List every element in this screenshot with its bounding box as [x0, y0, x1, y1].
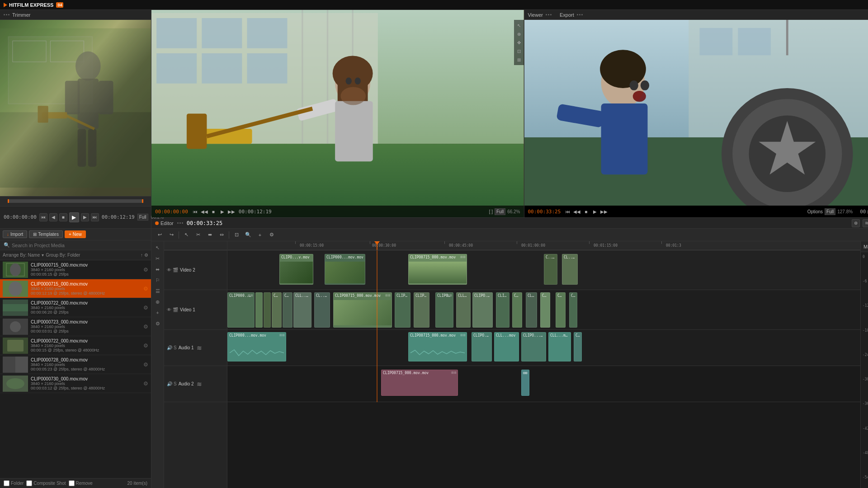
clip-v1-1[interactable]: CLIP000...mov.mov ⊞⊞: [227, 292, 255, 328]
list-item[interactable]: CLIP0000715_000.mov.mov 3840 × 2160 pixe…: [0, 279, 151, 298]
trimmer-tool-safe[interactable]: ⊞: [515, 56, 523, 63]
clip-v1-14[interactable]: CLIP...mov: [496, 292, 509, 328]
arrange-dropdown-icon[interactable]: ▾: [42, 253, 44, 258]
clip-a1-7[interactable]: CLI..: [574, 332, 582, 361]
search-input[interactable]: [12, 243, 147, 248]
timeline-tool-3[interactable]: ⬌: [153, 265, 162, 274]
media-gear-btn[interactable]: ⚙: [143, 305, 148, 311]
track-mute-icon2[interactable]: 🔊: [167, 381, 172, 386]
clip-v1-17[interactable]: CLI..mov: [540, 292, 550, 328]
media-gear-btn[interactable]: ⚙: [143, 343, 148, 349]
track-lock-icon2[interactable]: 🎬: [173, 307, 178, 312]
clip-v1-4[interactable]: C...v: [272, 292, 282, 328]
list-item[interactable]: CLIP0000722_000.mov.mov 3840 × 2160 pixe…: [0, 336, 151, 355]
timeline-settings-btn[interactable]: ⚙: [153, 319, 162, 328]
viewer-ctrl-next[interactable]: ▶▶: [600, 208, 608, 215]
timeline-tool-2[interactable]: ✂: [153, 254, 162, 263]
trimmer-ctrl-play[interactable]: ▶: [219, 208, 226, 215]
editor-magnet-btn[interactable]: ⊛: [852, 219, 860, 227]
media-gear-btn[interactable]: ⚙: [143, 361, 148, 368]
timeline-add-btn[interactable]: +: [153, 308, 162, 317]
new-btn[interactable]: + New: [65, 230, 86, 238]
clip-v1-7[interactable]: CL...av: [314, 292, 330, 328]
composite-checkbox-label[interactable]: Composite Shot: [26, 480, 66, 486]
templates-btn[interactable]: ⊞ Templates: [29, 230, 63, 238]
trimmer-next-frame-btn[interactable]: ▶: [81, 213, 89, 221]
editor-handle[interactable]: [177, 222, 183, 224]
clip-a2-2[interactable]: ⊞⊞: [521, 370, 529, 396]
track-mute-icon[interactable]: 🔊: [167, 345, 172, 350]
clip-v2-3[interactable]: CLIPO0715_000.mov.mov ⊞⊞: [408, 254, 467, 285]
list-item[interactable]: CLIP0000728_000.mov.mov 3840 × 2160 pixe…: [0, 355, 151, 374]
viewer-ctrl-prev[interactable]: ◀◀: [573, 208, 580, 215]
trimmer-timeline[interactable]: [0, 196, 151, 206]
timeline-tool-5[interactable]: ☰: [153, 286, 162, 296]
clip-v1-10[interactable]: CLIPO...v.mov: [414, 292, 429, 328]
media-gear-btn[interactable]: ⚙: [143, 267, 148, 273]
remove-checkbox[interactable]: [69, 480, 75, 486]
zoom-fit-btn[interactable]: ⊡: [232, 230, 241, 239]
trimmer-ctrl-next[interactable]: ▶▶: [228, 208, 235, 215]
trimmer-prev-frame-btn[interactable]: ◀: [49, 213, 57, 221]
clip-v1-3[interactable]: [264, 292, 271, 328]
clip-a1-4[interactable]: CLL...mov: [494, 332, 519, 361]
razor-tool-btn[interactable]: ✂: [193, 230, 203, 239]
import-btn[interactable]: ↓ Import: [3, 230, 27, 238]
trimmer-ctrl-stop[interactable]: ■: [210, 208, 217, 215]
viewer-handle[interactable]: [546, 14, 552, 15]
remove-checkbox-label[interactable]: Remove: [69, 480, 93, 486]
timeline-tool-1[interactable]: ↖: [153, 243, 162, 252]
list-item[interactable]: CLIP0000723_000.mov.mov 3840 × 2160 pixe…: [0, 317, 151, 336]
track-eye-icon[interactable]: 👁: [167, 267, 171, 272]
clip-v2-2[interactable]: CLIP000...mov.mov: [325, 254, 365, 285]
clip-v1-2[interactable]: [255, 292, 263, 328]
folder-checkbox-label[interactable]: Folder: [4, 480, 24, 486]
editor-ripple-btn[interactable]: ≋: [863, 219, 868, 227]
export-label[interactable]: Export: [560, 12, 574, 18]
viewer-ctrl-start[interactable]: ⏮: [564, 208, 571, 215]
media-gear-btn[interactable]: ⚙: [143, 380, 148, 387]
trimmer-tool-zoom[interactable]: ⊕: [515, 30, 523, 38]
clip-v1-16[interactable]: CLI...mov: [526, 292, 537, 328]
clip-v2-1[interactable]: CLIPO...v.mov: [279, 254, 313, 285]
clip-a1-1[interactable]: CLIP000...mov.mov ⊞⊞: [227, 332, 286, 361]
track-solo-icon[interactable]: S: [174, 345, 177, 350]
clip-a1-5[interactable]: CLIPO...v.mov: [521, 332, 546, 361]
undo-btn[interactable]: ↩: [155, 230, 164, 239]
track-eye-icon2[interactable]: 👁: [167, 307, 171, 312]
track-solo-icon2[interactable]: S: [174, 381, 177, 386]
clip-v1-clip[interactable]: CLIP: [569, 292, 577, 328]
clip-v2-5[interactable]: CL...v: [562, 254, 578, 285]
media-gear-btn[interactable]: ⚙: [143, 286, 148, 292]
timeline-tool-6[interactable]: ⊕: [153, 297, 162, 306]
trimmer-quality[interactable]: Full: [137, 214, 148, 221]
sort-options-icon[interactable]: ⚙: [144, 253, 148, 258]
select-tool-btn[interactable]: ↖: [182, 230, 191, 239]
trimmer-drag-handle[interactable]: [4, 14, 9, 15]
trimmer-skip-start-btn[interactable]: ⏮: [39, 213, 47, 221]
clip-a1-2[interactable]: CLIPO0715_000.mov.mov ⊞⊞: [408, 332, 467, 361]
clip-v1-9[interactable]: CLIP...mov: [395, 292, 410, 328]
export-handle[interactable]: [577, 14, 583, 15]
composite-checkbox[interactable]: [26, 480, 32, 486]
list-item[interactable]: CLIP0000722_000.mov.mov 3840 × 2160 pixe…: [0, 298, 151, 317]
sort-asc-icon[interactable]: ↑: [141, 253, 143, 258]
trimmer-tool-select[interactable]: ↖: [515, 22, 523, 29]
viewer-options-btn[interactable]: Options: [807, 209, 823, 214]
clip-v2-4[interactable]: C...v: [544, 254, 557, 285]
slip-tool-btn[interactable]: ⬌: [205, 230, 214, 239]
trimmer-stop-btn[interactable]: ■: [59, 213, 67, 221]
trimmer-play-btn[interactable]: ▶: [69, 212, 79, 222]
timeline-tool-4[interactable]: ⚐: [153, 276, 162, 285]
trimmer-skip-end-btn[interactable]: ⏭: [91, 213, 99, 221]
slide-tool-btn[interactable]: ⇔: [217, 230, 226, 239]
add-track-btn[interactable]: +: [255, 230, 264, 239]
trimmer-quality-select[interactable]: Full: [495, 208, 505, 215]
clip-v1-15[interactable]: CLI...mov: [512, 292, 522, 328]
viewer-ctrl-play[interactable]: ▶: [591, 208, 599, 215]
zoom-in-btn[interactable]: 🔍: [244, 230, 253, 239]
folder-checkbox[interactable]: [4, 480, 9, 486]
viewer-quality-select[interactable]: Full: [825, 208, 835, 215]
redo-btn[interactable]: ↪: [167, 230, 176, 239]
list-item[interactable]: CLIP0000715_000.mov.mov 3840 × 2160 pixe…: [0, 260, 151, 279]
